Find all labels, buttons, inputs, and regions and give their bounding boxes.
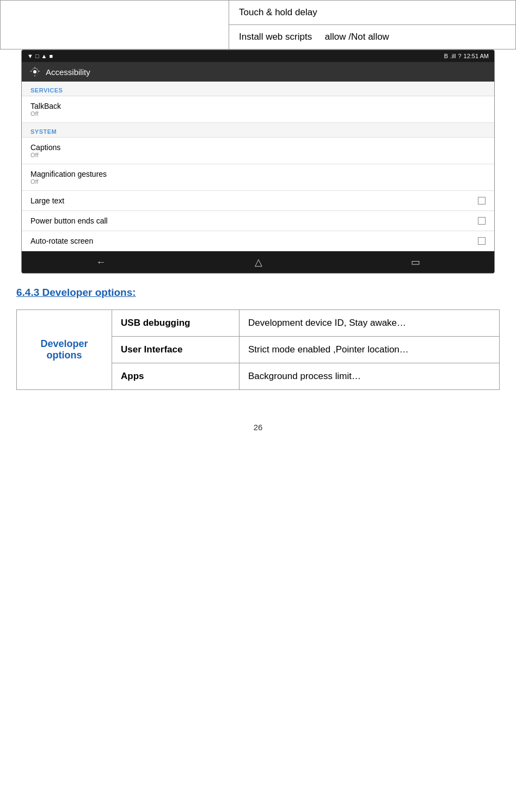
apps-value: Background process limit… bbox=[239, 363, 500, 390]
status-bar: ▼ □ ▲ ■ B .ill ? 12:51 AM bbox=[22, 50, 494, 62]
status-bluetooth: B bbox=[444, 53, 448, 59]
top-table-row2: Install web scripts allow /Not allow bbox=[229, 25, 516, 49]
large-text-text: Large text bbox=[30, 196, 64, 205]
status-icon-signal: ▲ bbox=[41, 53, 47, 59]
status-question: ? bbox=[458, 53, 461, 59]
large-text-item[interactable]: Large text bbox=[22, 191, 494, 211]
talkback-title: TalkBack bbox=[30, 102, 61, 110]
status-time: 12:51 AM bbox=[464, 53, 489, 59]
install-web-scripts-label: Install web scripts bbox=[239, 32, 312, 42]
install-web-scripts-value: allow /Not allow bbox=[325, 32, 389, 42]
power-button-title: Power button ends call bbox=[30, 216, 108, 225]
status-signal-bars: .ill bbox=[450, 53, 456, 59]
page-number: 26 bbox=[0, 412, 516, 443]
svg-point-0 bbox=[33, 70, 36, 73]
android-screenshot: ▼ □ ▲ ■ B .ill ? 12:51 AM Accessibility … bbox=[21, 49, 495, 274]
talkback-text: TalkBack Off bbox=[30, 102, 61, 117]
power-button-text: Power button ends call bbox=[30, 216, 108, 225]
captions-text: Captions Off bbox=[30, 143, 60, 158]
gear-icon bbox=[29, 66, 40, 77]
large-text-title: Large text bbox=[30, 196, 64, 205]
magnification-text: Magnification gestures Off bbox=[30, 170, 107, 185]
talkback-sub: Off bbox=[30, 110, 61, 117]
home-button[interactable]: △ bbox=[255, 256, 262, 268]
large-text-checkbox[interactable] bbox=[478, 197, 486, 204]
auto-rotate-text: Auto-rotate screen bbox=[30, 237, 93, 245]
magnification-item[interactable]: Magnification gestures Off bbox=[22, 164, 494, 191]
top-table-row1: Touch & hold delay bbox=[229, 1, 516, 25]
apps-header: Apps bbox=[112, 363, 239, 390]
status-bar-left-icons: ▼ □ ▲ ■ bbox=[27, 53, 53, 59]
settings-content: SERVICES TalkBack Off SYSTEM Captions Of… bbox=[22, 82, 494, 251]
captions-sub: Off bbox=[30, 152, 60, 158]
action-bar: Accessibility bbox=[22, 62, 494, 82]
usb-debugging-header: USB debugging bbox=[112, 310, 239, 337]
talkback-item[interactable]: TalkBack Off bbox=[22, 96, 494, 123]
auto-rotate-title: Auto-rotate screen bbox=[30, 237, 93, 245]
status-icon-bt: □ bbox=[35, 53, 39, 59]
status-icon-wifi: ▼ bbox=[27, 53, 33, 59]
section-title-developer-options: 6.4.3 Developer options: bbox=[16, 287, 500, 299]
power-button-checkbox[interactable] bbox=[478, 217, 486, 225]
nav-bar: ← △ ▭ bbox=[22, 251, 494, 273]
recents-button[interactable]: ▭ bbox=[411, 256, 420, 268]
developer-options-table: Developeroptions USB debugging Developme… bbox=[16, 309, 500, 390]
action-bar-title: Accessibility bbox=[46, 67, 90, 77]
touch-hold-delay-label: Touch & hold delay bbox=[239, 7, 317, 17]
captions-item[interactable]: Captions Off bbox=[22, 138, 494, 164]
user-interface-header: User Interface bbox=[112, 337, 239, 363]
auto-rotate-checkbox[interactable] bbox=[478, 237, 486, 245]
magnification-title: Magnification gestures bbox=[30, 170, 107, 178]
top-table: Touch & hold delay Install web scripts a… bbox=[0, 0, 516, 49]
captions-title: Captions bbox=[30, 143, 60, 152]
top-table-left-cell bbox=[1, 1, 229, 49]
magnification-sub: Off bbox=[30, 178, 107, 185]
user-interface-value: Strict mode enabled ,Pointer location… bbox=[239, 337, 500, 363]
developer-options-row-header: Developeroptions bbox=[17, 310, 112, 390]
usb-debugging-value: Development device ID, Stay awake… bbox=[239, 310, 500, 337]
section-services-header: SERVICES bbox=[22, 82, 494, 96]
back-button[interactable]: ← bbox=[96, 257, 106, 268]
status-icon-notify: ■ bbox=[49, 53, 53, 59]
developer-options-label: Developeroptions bbox=[40, 338, 88, 361]
section-system-header: SYSTEM bbox=[22, 123, 494, 138]
auto-rotate-item[interactable]: Auto-rotate screen bbox=[22, 231, 494, 251]
status-bar-right: B .ill ? 12:51 AM bbox=[444, 53, 489, 59]
power-button-item[interactable]: Power button ends call bbox=[22, 211, 494, 231]
